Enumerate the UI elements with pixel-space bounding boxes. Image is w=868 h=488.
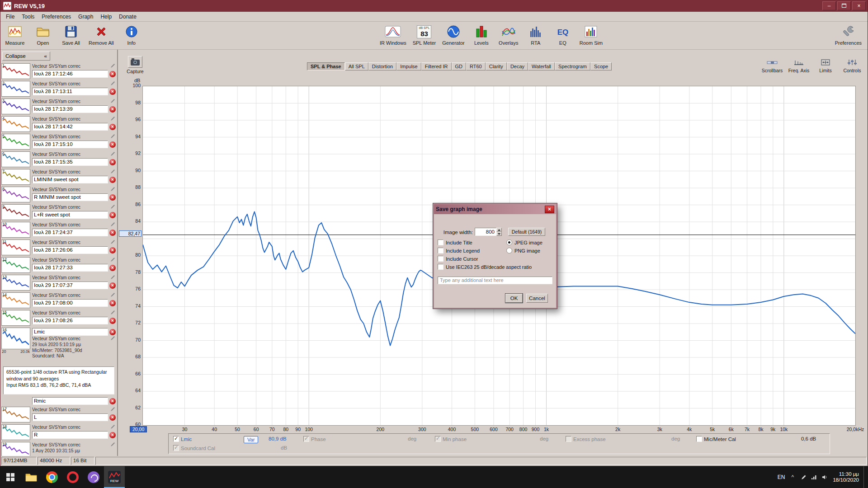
delete-measurement-button[interactable]: × — [109, 89, 116, 95]
measurement-name-input[interactable]: R MINIM sweet spot — [32, 193, 108, 201]
legend-toggle-phase[interactable]: Phase — [303, 436, 326, 442]
toolbar-remove-all-button[interactable]: Remove All — [87, 23, 115, 46]
delete-measurement-button[interactable]: × — [109, 265, 116, 271]
spinner-up-button[interactable] — [496, 228, 502, 232]
measurement-thumbnail[interactable]: 3 — [1, 99, 30, 114]
dialog-close-button[interactable]: × — [545, 206, 554, 213]
toolbar-levels-button[interactable]: Levels — [470, 23, 493, 46]
tab-filtered-ir[interactable]: Filtered IR — [421, 62, 452, 70]
graph-limits-button[interactable]: Limits — [813, 57, 838, 74]
delete-measurement-button[interactable]: × — [109, 194, 116, 201]
edit-pencil-icon[interactable] — [110, 336, 115, 342]
taskbar-opera-button[interactable] — [62, 466, 83, 488]
measurement-thumbnail[interactable]: 10 — [1, 222, 30, 238]
tray-pen-icon[interactable] — [800, 474, 807, 480]
measurement-name-input[interactable]: Ιουλ 28 17:12:46 — [32, 70, 108, 78]
measurement-thumbnail[interactable]: 16 — [1, 328, 30, 349]
edit-pencil-icon[interactable] — [110, 204, 115, 211]
measurement-name-input[interactable]: Ιουλ 28 17:14:42 — [32, 123, 108, 131]
delete-measurement-button[interactable]: × — [109, 300, 116, 306]
measurement-row[interactable]: 6Vecteur SVSYam correcΙουλ 28 17:15:35× — [1, 150, 117, 168]
measurement-name-input[interactable]: R — [32, 431, 108, 439]
menu-preferences[interactable]: Preferences — [38, 13, 75, 21]
image-width-input[interactable]: 800 — [475, 228, 502, 236]
measurement-row[interactable]: 19Vecteur SVSYam correc1 Αυγ 2020 10:31:… — [1, 441, 117, 456]
measurement-row[interactable]: 2Vecteur SVSYam correcΙουλ 28 17:13:11× — [1, 80, 117, 98]
measurement-thumbnail[interactable]: 7 — [1, 169, 30, 185]
measurement-row[interactable]: 18Vecteur SVSYam correcR× — [1, 423, 117, 441]
edit-pencil-icon[interactable] — [110, 257, 115, 263]
taskbar-chrome-button[interactable] — [42, 466, 62, 488]
measurement-name-input[interactable]: LMINIM sweet spot — [32, 176, 108, 183]
tab-waterfall[interactable]: Waterfall — [528, 62, 555, 70]
measurement-thumbnail[interactable]: 17 — [1, 407, 30, 422]
toolbar-generator-button[interactable]: Generator — [441, 23, 466, 46]
menu-graph[interactable]: Graph — [75, 13, 97, 21]
tray-language[interactable]: EN — [778, 474, 785, 480]
measurement-row[interactable]: 5Vecteur SVSYam correcΙουλ 28 17:15:10× — [1, 133, 117, 150]
edit-pencil-icon[interactable] — [110, 151, 115, 158]
measurement-thumbnail[interactable]: 1 — [1, 63, 30, 79]
measurement-row[interactable]: 9Vecteur SVSYam correcL+R sweet spot× — [1, 203, 117, 221]
edit-pencil-icon[interactable] — [110, 116, 115, 122]
edit-pencil-icon[interactable] — [110, 292, 115, 299]
measurement-name-input[interactable]: Lmic — [32, 328, 108, 336]
legend-var-button[interactable]: Var — [244, 436, 258, 443]
measurement-name-input[interactable]: Ιουλ 28 17:15:35 — [32, 158, 108, 166]
edit-pencil-icon[interactable] — [110, 134, 115, 140]
delete-measurement-button[interactable]: × — [109, 177, 116, 183]
measurement-row[interactable]: 1Vecteur SVSYam correcΙουλ 28 17:12:46× — [1, 62, 117, 80]
dialog-titlebar[interactable]: Save graph image × — [434, 204, 556, 214]
tray-volume-icon[interactable] — [822, 474, 828, 480]
edit-pencil-icon[interactable] — [110, 99, 115, 105]
delete-measurement-button[interactable]: × — [109, 230, 116, 236]
tab-spl-phase[interactable]: SPL & Phase — [307, 62, 345, 70]
toolbar-save-all-button[interactable]: Save All — [59, 23, 83, 46]
tab-gd[interactable]: GD — [452, 62, 467, 70]
measurement-thumbnail[interactable]: 12 — [1, 257, 30, 273]
delete-measurement-button[interactable]: × — [109, 398, 116, 404]
toolbar-overlays-button[interactable]: Overlays — [497, 23, 520, 46]
additional-text-input[interactable]: Type any additional text here — [438, 277, 552, 284]
tray-network-icon[interactable] — [811, 474, 817, 480]
toolbar-rta-button[interactable]: RTA — [524, 23, 547, 46]
graph-scrollbars-button[interactable]: Scrollbars — [760, 57, 785, 74]
measurement-row[interactable]: 17Vecteur SVSYam correcL× — [1, 406, 117, 423]
graph-controls-button[interactable]: Controls — [840, 57, 865, 74]
dialog-radio-jpeg-image[interactable]: JPEG image — [506, 239, 542, 245]
measurement-thumbnail[interactable]: 4 — [1, 116, 30, 132]
legend-toggle-soundcard-cal[interactable]: Soundcard Cal — [173, 445, 215, 451]
tab-impulse[interactable]: Impulse — [396, 62, 421, 70]
cancel-button[interactable]: Cancel — [526, 294, 548, 303]
delete-measurement-button[interactable]: × — [109, 414, 116, 421]
edit-pencil-icon[interactable] — [110, 63, 115, 70]
legend-toggle-excess-phase[interactable]: Excess phase — [566, 436, 606, 442]
delete-measurement-button[interactable]: × — [109, 106, 116, 113]
default-width-button[interactable]: Default (1649) — [508, 228, 545, 236]
measurement-thumbnail[interactable]: 15 — [1, 310, 30, 326]
measurement-row[interactable]: 11Vecteur SVSYam correcΙουλ 28 17:26:06× — [1, 239, 117, 256]
edit-pencil-icon[interactable] — [110, 187, 115, 193]
dialog-checkbox-use-iec263-25-db-decade-aspect-ratio[interactable]: Use IEC263 25 dB/decade aspect ratio — [438, 264, 532, 270]
legend-toggle-lmic[interactable]: Lmic — [173, 436, 192, 442]
toolbar-measure-button[interactable]: Measure — [3, 23, 27, 46]
dialog-checkbox-include-cursor[interactable]: Include Cursor — [438, 256, 478, 262]
measurement-name-input[interactable]: Ιουλ 28 17:24:37 — [32, 229, 108, 236]
edit-pencil-icon[interactable] — [110, 310, 115, 316]
measurement-thumbnail[interactable]: 5 — [1, 134, 30, 150]
menu-donate[interactable]: Donate — [115, 13, 140, 21]
delete-measurement-button[interactable]: × — [109, 141, 116, 148]
measurement-name-input[interactable]: Ιουλ 29 17:08:26 — [32, 317, 108, 324]
toolbar-ir-windows-button[interactable]: IR Windows — [378, 23, 408, 46]
measurement-row[interactable]: 15Vecteur SVSYam correcΙουλ 29 17:08:26× — [1, 309, 117, 327]
measurement-thumbnail[interactable]: 14 — [1, 292, 30, 308]
edit-pencil-icon[interactable] — [110, 407, 115, 413]
tab-distortion[interactable]: Distortion — [368, 62, 396, 70]
measurement-thumbnail[interactable]: 6 — [1, 151, 30, 167]
measurement-name-input[interactable]: Ιουλ 29 17:07:37 — [32, 282, 108, 289]
edit-pencil-icon[interactable] — [110, 239, 115, 246]
measurement-thumbnail[interactable]: 19 — [1, 442, 30, 456]
measurement-name-input[interactable]: L+R sweet spot — [32, 211, 108, 219]
delete-measurement-button[interactable]: × — [109, 329, 116, 335]
legend-toggle-mic-meter-cal[interactable]: Mic/Meter Cal — [696, 436, 736, 442]
